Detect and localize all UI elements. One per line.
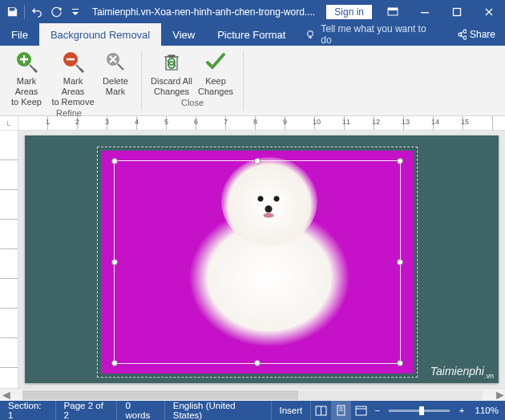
redo-icon[interactable]	[47, 3, 65, 21]
status-bar: Section: 1 Page 2 of 2 0 words English (…	[0, 401, 505, 420]
zoom-level[interactable]: 110%	[469, 406, 505, 415]
checkmark-icon	[203, 49, 228, 75]
svg-rect-2	[421, 12, 429, 13]
document-canvas[interactable]: Taimienphi.vn	[18, 131, 505, 388]
ribbon-display-options-icon[interactable]	[377, 0, 409, 23]
group-label-close: Close	[181, 97, 204, 109]
resize-handle-n[interactable]	[254, 158, 261, 164]
status-section[interactable]: Section: 1	[0, 401, 56, 420]
horizontal-scrollbar[interactable]: ◄ ►	[0, 388, 505, 401]
status-insert-mode[interactable]: Insert	[272, 401, 312, 420]
resize-handle-se[interactable]	[397, 360, 403, 366]
svg-rect-14	[356, 406, 366, 415]
resize-handle-s[interactable]	[254, 360, 261, 366]
customize-qat-icon[interactable]	[67, 3, 84, 21]
title-bar: Taimienphi.vn-Xoa-nen-hinh-anh-chen-tron…	[0, 0, 505, 23]
tab-picture-format[interactable]: Picture Format	[206, 23, 297, 46]
page: Taimienphi.vn	[25, 135, 499, 383]
plus-circle-icon	[14, 49, 39, 75]
undo-icon[interactable]	[28, 3, 46, 21]
read-mode-icon[interactable]	[311, 401, 331, 420]
scrollbar-thumb[interactable]	[22, 390, 298, 400]
resize-handle-ne[interactable]	[397, 158, 403, 164]
maximize-icon[interactable]	[441, 0, 473, 23]
ribbon-group-refine: Mark Areas to Keep Mark Areas to Remove …	[0, 46, 138, 115]
ribbon: Mark Areas to Keep Mark Areas to Remove …	[0, 46, 505, 116]
work-area: Taimienphi.vn	[0, 131, 505, 388]
horizontal-ruler[interactable]: L 123456789101112131415	[0, 116, 505, 131]
svg-rect-5	[309, 37, 312, 39]
status-language[interactable]: English (United States)	[165, 401, 272, 420]
status-page[interactable]: Page 2 of 2	[56, 401, 118, 420]
lightbulb-icon	[305, 29, 316, 40]
minus-circle-icon	[60, 49, 86, 75]
ribbon-tabs: File Background Removal View Picture For…	[0, 23, 505, 46]
selected-picture[interactable]	[97, 147, 418, 378]
vertical-ruler[interactable]	[0, 131, 18, 388]
web-layout-icon[interactable]	[351, 401, 371, 420]
scroll-right-icon[interactable]: ►	[494, 388, 505, 402]
tab-background-removal[interactable]: Background Removal	[39, 23, 161, 46]
minimize-icon[interactable]	[409, 0, 441, 23]
watermark: Taimienphi.vn	[430, 365, 494, 380]
sign-in-button[interactable]: Sign in	[326, 5, 372, 19]
discard-icon	[159, 49, 184, 75]
zoom-slider[interactable]	[389, 410, 450, 412]
resize-handle-e[interactable]	[397, 259, 403, 265]
group-separator	[243, 50, 244, 111]
tab-view[interactable]: View	[161, 23, 206, 46]
delete-mark-icon	[103, 49, 128, 75]
svg-rect-3	[454, 8, 461, 15]
share-button[interactable]: Share	[446, 23, 505, 46]
svg-rect-1	[388, 8, 398, 10]
mark-areas-remove-button[interactable]: Mark Areas to Remove	[50, 47, 96, 107]
status-words[interactable]: 0 words	[117, 401, 164, 420]
resize-handle-nw[interactable]	[111, 158, 118, 164]
quick-access-toolbar	[0, 3, 87, 21]
group-separator	[141, 50, 142, 111]
tell-me-placeholder: Tell me what you want to do	[321, 23, 438, 46]
resize-handle-w[interactable]	[111, 259, 118, 265]
close-icon[interactable]	[473, 0, 505, 23]
delete-mark-button[interactable]: Delete Mark	[96, 47, 135, 107]
save-icon[interactable]	[3, 3, 21, 21]
mark-areas-keep-button[interactable]: Mark Areas to Keep	[3, 47, 50, 107]
separator	[24, 5, 25, 19]
share-icon	[455, 29, 467, 40]
svg-point-4	[308, 31, 313, 37]
resize-handle-sw[interactable]	[111, 360, 118, 366]
scroll-left-icon[interactable]: ◄	[0, 388, 11, 402]
print-layout-icon[interactable]	[331, 401, 351, 420]
ribbon-group-close: Discard All Changes Keep Changes Close	[145, 46, 240, 115]
ruler-corner: L	[0, 116, 18, 130]
tab-file[interactable]: File	[0, 23, 39, 46]
keep-changes-button[interactable]: Keep Changes	[195, 47, 236, 97]
tell-me-search[interactable]: Tell me what you want to do	[297, 23, 446, 46]
window-title: Taimienphi.vn-Xoa-nen-hinh-anh-chen-tron…	[87, 6, 321, 18]
zoom-in-icon[interactable]: +	[454, 401, 468, 420]
zoom-out-icon[interactable]: −	[370, 401, 384, 420]
discard-all-changes-button[interactable]: Discard All Changes	[148, 47, 195, 97]
share-label: Share	[470, 29, 495, 40]
crop-marquee[interactable]	[114, 160, 401, 364]
ruler-ticks: 123456789101112131415	[18, 116, 505, 130]
